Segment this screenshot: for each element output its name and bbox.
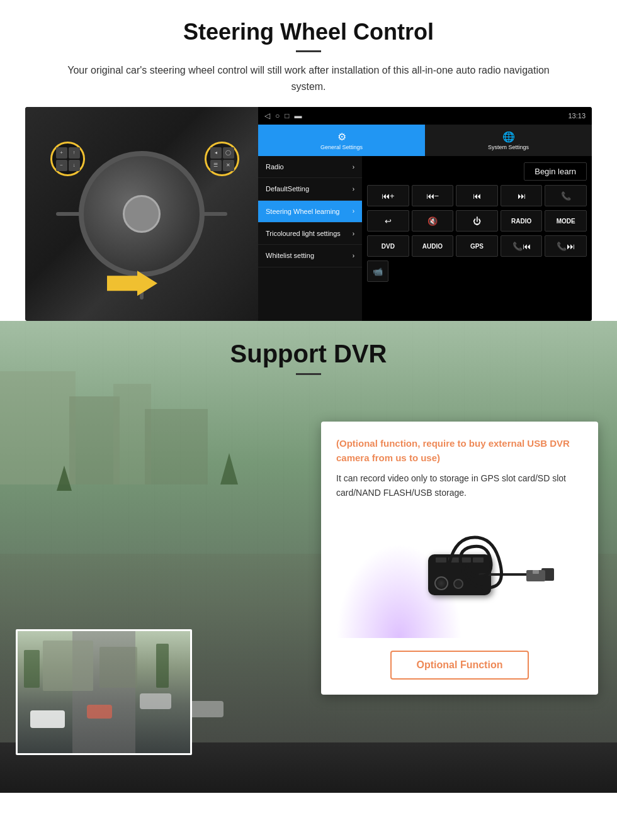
optional-function-container: Optional Function [336,651,583,680]
menu-steering-arrow: › [353,208,354,215]
dvr-info-card: (Optional function, require to buy exter… [321,422,598,695]
android-panel: Begin learn ⏮+ ⏮− ⏮ ⏭ 📞 ↩ 🔇 ⏻ [362,156,592,321]
tab-general-settings[interactable]: ⚙ General Settings [258,125,425,156]
dvr-optional-text: (Optional function, require to buy exter… [336,437,583,465]
dvr-divider [296,373,321,375]
thumb-car-1 [30,710,65,728]
menu-default-arrow: › [353,186,354,193]
ctrl-btn-1: + [56,147,67,159]
android-ui: ◁ ○ □ ▬ 13:13 ⚙ General Settings 🌐 Syste… [258,107,592,321]
menu-icon: ▬ [295,111,302,120]
menu-item-default[interactable]: DefaultSetting › [258,178,362,200]
ctrl-btn-6: ◯ [223,147,234,159]
wheel-center [79,151,205,277]
mute-btn[interactable]: 🔇 [412,210,454,232]
android-tabs: ⚙ General Settings 🌐 System Settings [258,125,592,156]
dvr-thumbnail [16,629,192,755]
menu-item-steering[interactable]: Steering Wheel learning › [258,201,362,223]
control-grid-row2: ↩ 🔇 ⏻ RADIO MODE [367,210,587,232]
ctrl-btn-4: ↓ [69,160,80,171]
menu-radio-arrow: › [353,164,354,171]
menu-item-radio[interactable]: Radio › [258,156,362,178]
dvr-section: Support DVR (Optional function, require … [0,321,617,793]
steering-title: Steering Wheel Control [25,19,592,45]
vol-up-btn[interactable]: ⏮+ [367,185,409,206]
thumb-building-2 [99,647,137,688]
ctrl-btn-7: ☰ [210,160,222,171]
control-grid-row1: ⏮+ ⏮− ⏮ ⏭ 📞 [367,185,587,206]
android-menu: Radio › DefaultSetting › Steering Wheel … [258,156,362,321]
thumb-car-3 [87,705,112,719]
menu-radio-label: Radio [266,162,284,171]
menu-item-tricoloured[interactable]: Tricoloured light settings › [258,223,362,245]
tab-system-label: System Settings [488,144,529,150]
menu-whitelist-label: Whitelist setting [266,251,314,260]
menu-tricoloured-arrow: › [353,230,354,237]
power-btn[interactable]: ⏻ [456,210,498,232]
vol-down-btn[interactable]: ⏮− [412,185,454,206]
dvr-heading: Support DVR [0,321,617,381]
android-content: Radio › DefaultSetting › Steering Wheel … [258,156,592,321]
tel-prev-btn[interactable]: 📞⏮ [501,235,543,257]
dvr-icon-btn[interactable]: 📹 [367,260,388,282]
dvr-device-illustration [336,512,583,638]
tab-system-settings[interactable]: 🌐 System Settings [425,125,592,156]
usb-connector [526,569,545,581]
hang-up-btn[interactable]: ↩ [367,210,409,232]
android-statusbar: ◁ ○ □ ▬ 13:13 [258,107,592,125]
steering-demo-area: + ↑ − ↓ ◂ ◯ ☰ ✕ ◁ [25,107,592,321]
thumb-building [43,641,93,691]
control-grid-row3: DVD AUDIO GPS 📞⏮ 📞⏭ [367,235,587,257]
right-control-buttons: ◂ ◯ ☰ ✕ [210,147,234,171]
menu-item-whitelist[interactable]: Whitelist setting › [258,245,362,267]
mode-btn[interactable]: MODE [545,210,587,232]
optional-function-button[interactable]: Optional Function [390,651,529,680]
cable-coil [437,525,512,600]
gps-btn[interactable]: GPS [456,235,498,257]
menu-steering-label: Steering Wheel learning [266,207,339,216]
thumb-tree-1 [24,650,40,688]
home-icon: ○ [275,111,280,120]
tel-next-btn[interactable]: 📞⏭ [545,235,587,257]
dvr-title: Support DVR [0,340,617,368]
phone-btn[interactable]: 📞 [545,185,587,206]
thumb-car-2 [140,693,171,709]
control-row4: 📹 [367,260,587,282]
menu-default-label: DefaultSetting [266,184,309,193]
tab-general-label: General Settings [320,144,363,150]
begin-learn-button[interactable]: Begin learn [524,162,587,181]
back-icon: ◁ [264,111,270,120]
statusbar-time: 13:13 [568,112,586,120]
dvd-btn[interactable]: DVD [367,235,409,257]
steering-subtitle: Your original car's steering wheel contr… [50,62,567,94]
title-divider [296,50,321,52]
ctrl-btn-8: ✕ [223,160,234,171]
recents-icon: □ [285,111,289,120]
gear-icon: ⚙ [337,131,346,143]
right-control-circle: ◂ ◯ ☰ ✕ [205,142,239,176]
dvr-description: It can record video only to storage in G… [336,471,583,500]
spoke-right [202,212,227,216]
next-track-btn[interactable]: ⏭ [501,185,543,206]
cable-coil-svg [437,525,512,600]
usb-prong [533,570,539,574]
menu-whitelist-arrow: › [353,252,354,259]
thumb-tree-2 [156,644,169,688]
spoke-left [56,212,81,216]
ctrl-btn-5: ◂ [210,147,222,159]
menu-tricoloured-label: Tricoloured light settings [266,229,341,238]
left-control-buttons: + ↑ − ↓ [56,147,80,171]
ctrl-btn-2: ↑ [69,147,80,159]
radio-btn[interactable]: RADIO [501,210,543,232]
prev-track-btn[interactable]: ⏮ [456,185,498,206]
ctrl-btn-3: − [56,160,67,171]
statusbar-left: ◁ ○ □ ▬ [264,111,302,120]
usb-body [526,570,545,581]
steering-section: Steering Wheel Control Your original car… [0,0,617,321]
steering-wheel-photo: + ↑ − ↓ ◂ ◯ ☰ ✕ [25,107,258,321]
wheel-hub [123,195,161,233]
audio-btn[interactable]: AUDIO [412,235,454,257]
system-icon: 🌐 [502,131,515,143]
left-control-circle: + ↑ − ↓ [50,142,85,176]
panel-top: Begin learn [367,161,587,181]
